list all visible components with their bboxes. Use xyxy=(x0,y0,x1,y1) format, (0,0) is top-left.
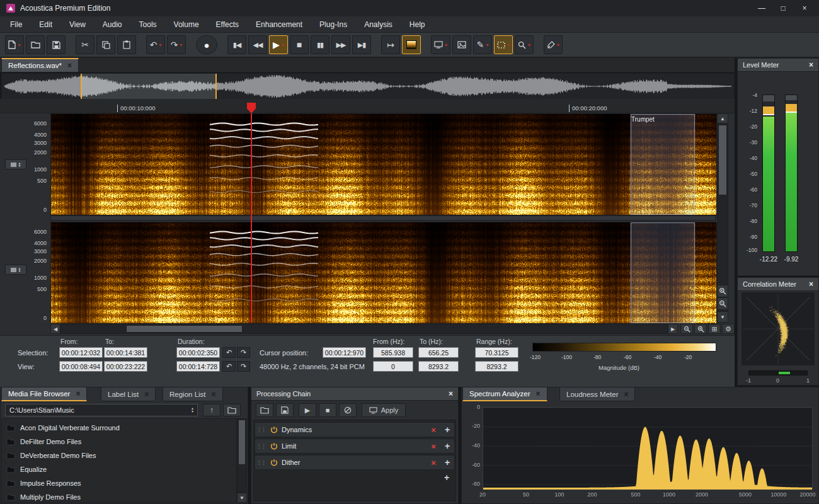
tab-label-list[interactable]: Label List × xyxy=(101,387,156,401)
menu-plugins[interactable]: Plug-Ins xyxy=(319,20,347,29)
scroll-up-button[interactable]: ▲ xyxy=(717,113,728,123)
vertical-scrollbar-thumb[interactable] xyxy=(718,125,727,195)
view-redo-button[interactable]: ↷ xyxy=(237,361,250,372)
region-label[interactable]: Trumpet xyxy=(631,116,655,123)
remove-item-icon[interactable]: × xyxy=(427,425,440,435)
folder-item[interactable]: Equalize xyxy=(4,462,233,476)
snapshot-button[interactable] xyxy=(452,35,471,54)
paste-button[interactable] xyxy=(117,35,136,54)
panel-close-icon[interactable]: × xyxy=(809,60,813,69)
media-scrollbar-thumb[interactable] xyxy=(238,420,246,465)
chain-cancel-button[interactable] xyxy=(339,403,357,417)
minimize-button[interactable]: — xyxy=(753,4,770,13)
cut-button[interactable]: ✂ xyxy=(76,35,94,54)
maximize-button[interactable]: □ xyxy=(775,4,791,13)
chain-play-button[interactable]: ▶ xyxy=(299,403,316,417)
menu-tools[interactable]: Tools xyxy=(139,20,157,29)
folder-up-button[interactable]: ↑ xyxy=(203,404,220,416)
vertical-zoom-out-button[interactable] xyxy=(717,297,728,310)
menu-analysis[interactable]: Analysis xyxy=(364,20,392,29)
monitor-caret-icon[interactable]: ▾ xyxy=(445,42,447,48)
draw-tool-button[interactable]: ✎▾ xyxy=(473,35,492,54)
menu-enhancement[interactable]: Enhancement xyxy=(256,20,302,29)
selection-redo-button[interactable]: ↷ xyxy=(237,347,250,358)
rewind-button[interactable]: ◀◀ xyxy=(248,35,267,54)
chain-item-dynamics[interactable]: ⋮⋮ Dynamics × + xyxy=(255,422,455,437)
chain-item-dither[interactable]: ⋮⋮ Dither × + xyxy=(255,455,455,470)
selection-undo-button[interactable]: ↶ xyxy=(222,347,236,358)
go-to-end-button[interactable]: ▶▮ xyxy=(352,35,371,54)
pause-button[interactable]: ▮▮ xyxy=(311,35,329,54)
drag-handle-icon[interactable]: ⋮⋮ xyxy=(255,427,266,433)
time-zoom-in-button[interactable] xyxy=(694,324,707,334)
record-button[interactable]: ● xyxy=(196,35,217,54)
selection-range-hz-field[interactable]: 70.3125 xyxy=(475,347,518,358)
tab-close-icon[interactable]: × xyxy=(624,390,628,399)
retouch-caret-icon[interactable]: ▾ xyxy=(557,42,559,48)
zoom-tool-button[interactable]: ▾ xyxy=(515,35,534,54)
document-tab-close-icon[interactable]: × xyxy=(67,61,72,70)
scroll-down-button[interactable]: ▼ xyxy=(717,311,728,323)
monitor-tool-button[interactable]: ▾ xyxy=(431,35,450,54)
media-scroll-down-button[interactable]: ▼ xyxy=(237,493,247,503)
redo-button[interactable]: ↷▾ xyxy=(167,35,186,54)
folder-item[interactable]: Multiply Demo Files xyxy=(4,490,233,504)
scroll-left-button[interactable]: ◀ xyxy=(50,324,60,334)
view-undo-button[interactable]: ↶ xyxy=(222,361,236,372)
view-to-hz-field[interactable]: 8293.2 xyxy=(418,361,459,372)
view-range-hz-field[interactable]: 8293.2 xyxy=(475,361,518,372)
retouch-tool-button[interactable]: ▾ xyxy=(544,35,563,54)
new-file-caret-icon[interactable]: ▾ xyxy=(18,42,20,48)
panel-close-icon[interactable]: × xyxy=(809,280,813,289)
channel-splitter[interactable] xyxy=(50,215,716,220)
close-button[interactable]: × xyxy=(796,4,813,13)
tab-close-icon[interactable]: × xyxy=(536,389,541,398)
selection-duration-field[interactable]: 00:00:02:350 xyxy=(176,347,220,358)
folder-item[interactable]: DeVerberate Demo Files xyxy=(4,449,233,462)
folder-item[interactable]: DeFilter Demo Files xyxy=(4,435,233,449)
channel-resize-arrows-icon[interactable]: ▲▼ xyxy=(18,267,21,272)
power-icon[interactable] xyxy=(270,442,278,450)
folder-item[interactable]: Acon Digital Verberate Surround xyxy=(4,421,233,435)
zoom-tool-caret-icon[interactable]: ▾ xyxy=(528,42,530,48)
add-item-icon[interactable]: + xyxy=(440,457,454,467)
view-settings-button[interactable]: ⚙ xyxy=(722,324,735,334)
spectrogram-channel-2[interactable] xyxy=(50,222,717,324)
view-from-field[interactable]: 00:00:08:494 xyxy=(59,361,103,372)
chain-item-limit[interactable]: ⋮⋮ Limit × + xyxy=(255,438,455,454)
fast-forward-button[interactable]: ▶▶ xyxy=(331,35,350,54)
play-range-button[interactable]: ↦ xyxy=(381,35,400,54)
go-to-start-button[interactable]: ▮◀ xyxy=(227,35,246,54)
selection-tool-button[interactable]: ▾ xyxy=(494,35,513,54)
stop-button[interactable]: ■ xyxy=(290,35,309,54)
channel2-size-control[interactable]: ▲▼ xyxy=(5,265,26,275)
drag-handle-icon[interactable]: ⋮⋮ xyxy=(255,459,266,466)
spectrogram-channel-1[interactable] xyxy=(50,113,717,215)
media-path-select[interactable]: C:\Users\Stian\Music ▴▾ xyxy=(5,404,198,416)
selection-to-hz-field[interactable]: 656.25 xyxy=(418,347,459,358)
spinner-down-icon[interactable]: ▾ xyxy=(192,410,193,413)
view-to-field[interactable]: 00:00:23:222 xyxy=(104,361,147,372)
spectrogram-view-button[interactable] xyxy=(402,35,421,54)
power-icon[interactable] xyxy=(270,459,278,466)
add-item-icon[interactable]: + xyxy=(440,441,454,451)
zoom-fit-button[interactable]: ⊞ xyxy=(708,324,721,334)
scroll-right-button[interactable]: ▶ xyxy=(668,324,678,334)
time-zoom-out-button[interactable] xyxy=(680,324,693,334)
horizontal-scrollbar-thumb[interactable] xyxy=(126,325,243,333)
folder-item[interactable]: Impulse Responses xyxy=(4,476,233,490)
playhead-line[interactable] xyxy=(251,113,252,323)
menu-edit[interactable]: Edit xyxy=(39,20,52,29)
remove-item-icon[interactable]: × xyxy=(427,458,440,467)
view-from-hz-field[interactable]: 0 xyxy=(373,361,413,372)
tab-close-icon[interactable]: × xyxy=(212,390,216,399)
tab-loudness-meter[interactable]: Loudness Meter × xyxy=(559,387,635,401)
play-button[interactable]: ▶▾ xyxy=(269,35,288,54)
selection-to-field[interactable]: 00:00:14:381 xyxy=(104,347,147,358)
tab-close-icon[interactable]: × xyxy=(144,390,149,399)
add-item-icon[interactable]: + xyxy=(440,425,454,435)
document-tab[interactable]: Reflections.wav* × xyxy=(1,58,79,72)
selection-tool-caret-icon[interactable]: ▾ xyxy=(507,42,510,48)
view-duration-field[interactable]: 00:00:14:728 xyxy=(176,361,220,372)
drag-handle-icon[interactable]: ⋮⋮ xyxy=(255,443,266,449)
